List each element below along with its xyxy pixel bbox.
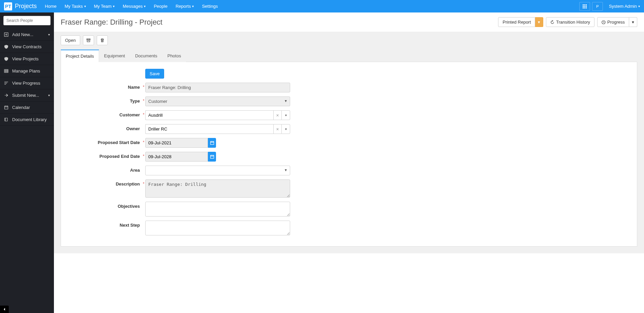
start-date-picker-button[interactable] (208, 138, 216, 148)
caret-down-icon: ▾ (192, 4, 194, 8)
user-menu-label: System Admin (609, 4, 637, 9)
profile-badge[interactable]: P (592, 2, 603, 11)
calendar-icon (210, 154, 214, 159)
topbar: PT Projects Home My Tasks▾ My Team▾ Mess… (0, 0, 644, 12)
calendar-icon (4, 105, 9, 110)
svg-rect-12 (4, 69, 8, 73)
sidebar-calendar[interactable]: Calendar (0, 102, 54, 114)
sidebar-submit-new[interactable]: Submit New... ▾ (0, 89, 54, 102)
progress-button[interactable]: Progress (597, 17, 629, 27)
nav-home[interactable]: Home (41, 0, 61, 12)
caret-down-icon: ▾ (638, 4, 640, 8)
area-label: Area (68, 166, 142, 173)
name-label: Name (68, 83, 142, 90)
main: Fraser Range: Drilling - Project Printed… (54, 12, 644, 313)
svg-rect-1 (584, 4, 585, 5)
sidebar-manage-plans[interactable]: Manage Plans (0, 65, 54, 77)
svg-rect-7 (584, 7, 585, 8)
owner-clear-button[interactable]: × (273, 124, 281, 134)
sidebar-item-label: Add New... (12, 32, 33, 37)
archive-icon (86, 38, 91, 42)
nav-my-team-label: My Team (94, 4, 112, 9)
sidebar-item-label: View Projects (12, 56, 39, 61)
svg-rect-0 (583, 4, 584, 5)
customer-dropdown-button[interactable]: ▾ (281, 110, 290, 120)
caret-down-icon: ▾ (113, 4, 115, 8)
owner-dropdown-button[interactable]: ▾ (281, 124, 290, 134)
sidebar-item-label: View Contracts (12, 44, 41, 49)
svg-rect-5 (586, 6, 587, 7)
customer-label: Customer (68, 110, 142, 117)
close-icon: × (276, 113, 279, 118)
end-date-input[interactable] (145, 152, 208, 162)
trash-icon (100, 38, 104, 42)
sidebar: Add New... ▾ View Contracts View Project… (0, 12, 54, 313)
tab-project-details[interactable]: Project Details (61, 50, 99, 62)
content-area: Open Project Details Equipment Documents… (54, 32, 644, 253)
printed-report-dropdown[interactable]: ▾ (535, 17, 543, 27)
next-step-textarea[interactable] (145, 221, 290, 235)
nav-my-team[interactable]: My Team▾ (90, 0, 119, 12)
printed-report-button[interactable]: Printed Report (498, 17, 535, 27)
owner-combo-input[interactable] (145, 124, 273, 134)
page-actions: Printed Report ▾ Transition History Prog… (498, 17, 637, 27)
area-select[interactable] (145, 166, 290, 175)
objectives-label: Objectives (68, 202, 142, 209)
brand[interactable]: PT Projects (0, 2, 41, 10)
tabs: Project Details Equipment Documents Phot… (61, 49, 637, 62)
caret-down-icon: ▾ (285, 113, 287, 117)
nav-people[interactable]: People (150, 0, 171, 12)
page-title: Fraser Range: Drilling - Project (61, 18, 162, 27)
sidebar-add-new[interactable]: Add New... ▾ (0, 29, 54, 41)
svg-rect-35 (210, 155, 214, 159)
customer-combo-input[interactable] (145, 110, 273, 120)
objectives-textarea[interactable] (145, 202, 290, 217)
search-people-input[interactable] (3, 16, 51, 25)
description-label: Description (68, 179, 142, 187)
sidebar-view-projects[interactable]: View Projects (0, 53, 54, 65)
nav-reports[interactable]: Reports▾ (172, 0, 198, 12)
nav-messages-label: Messages (123, 4, 143, 9)
required-icon: * (142, 179, 145, 186)
sidebar-view-contracts[interactable]: View Contracts (0, 41, 54, 53)
type-label: Type (68, 96, 142, 104)
tab-photos[interactable]: Photos (162, 50, 186, 62)
printed-report-group: Printed Report ▾ (498, 17, 543, 27)
close-icon: × (276, 126, 279, 132)
archive-button[interactable] (83, 35, 94, 45)
nav-my-tasks[interactable]: My Tasks▾ (61, 0, 90, 12)
nav-settings[interactable]: Settings (198, 0, 222, 12)
user-menu[interactable]: System Admin▾ (605, 0, 644, 12)
type-select[interactable] (145, 96, 290, 106)
customer-clear-button[interactable]: × (273, 110, 281, 120)
nav-messages[interactable]: Messages▾ (119, 0, 150, 12)
svg-rect-31 (210, 142, 214, 145)
end-date-picker-button[interactable] (208, 152, 216, 162)
sidebar-document-library[interactable]: Document Library (0, 114, 54, 126)
name-input[interactable] (145, 83, 290, 92)
description-textarea[interactable] (145, 179, 290, 198)
delete-button[interactable] (97, 35, 108, 45)
tab-documents[interactable]: Documents (130, 50, 162, 62)
open-button[interactable]: Open (61, 35, 80, 45)
transition-history-button[interactable]: Transition History (546, 17, 594, 27)
book-icon (4, 117, 9, 122)
required-icon: * (142, 83, 145, 89)
caret-down-icon: ▾ (144, 4, 146, 8)
start-date-input[interactable] (145, 138, 208, 148)
caret-down-icon: ▾ (84, 4, 86, 8)
sidebar-collapse-button[interactable] (0, 306, 9, 313)
clock-icon (602, 20, 606, 24)
grid-apps-button[interactable] (579, 2, 590, 11)
owner-label: Owner (68, 124, 142, 131)
progress-dropdown[interactable]: ▾ (629, 17, 637, 27)
caret-down-icon: ▾ (48, 93, 50, 97)
save-button[interactable]: Save (145, 69, 164, 79)
tab-equipment[interactable]: Equipment (99, 50, 130, 62)
progress-group: Progress ▾ (597, 17, 637, 27)
required-icon: * (142, 110, 145, 117)
svg-rect-6 (583, 7, 584, 8)
page-header: Fraser Range: Drilling - Project Printed… (54, 12, 644, 32)
sidebar-view-progress[interactable]: View Progress (0, 77, 54, 89)
form: Save Name * Type * (68, 69, 358, 235)
